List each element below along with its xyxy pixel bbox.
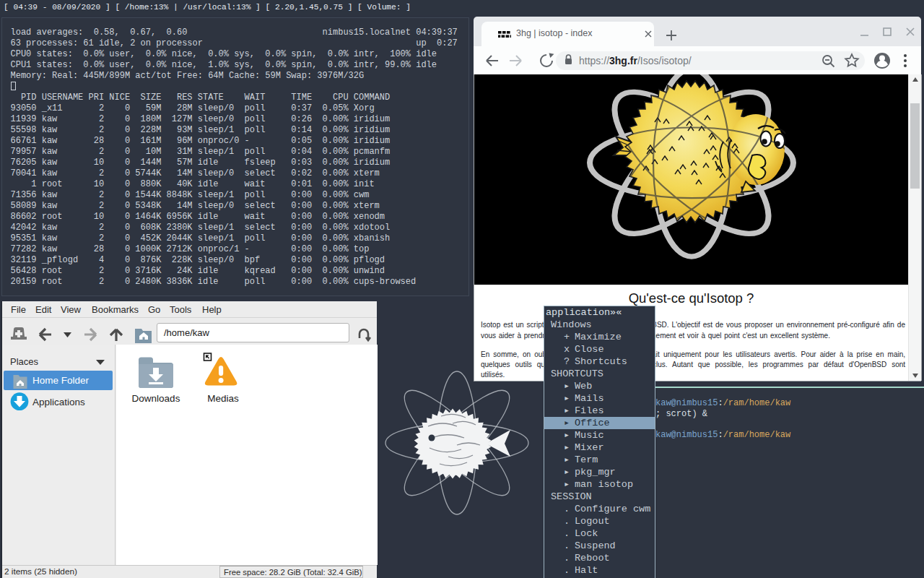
svg-text:https://3hg.fr/Isos/isotop/: https://3hg.fr/Isos/isotop/	[579, 55, 692, 66]
